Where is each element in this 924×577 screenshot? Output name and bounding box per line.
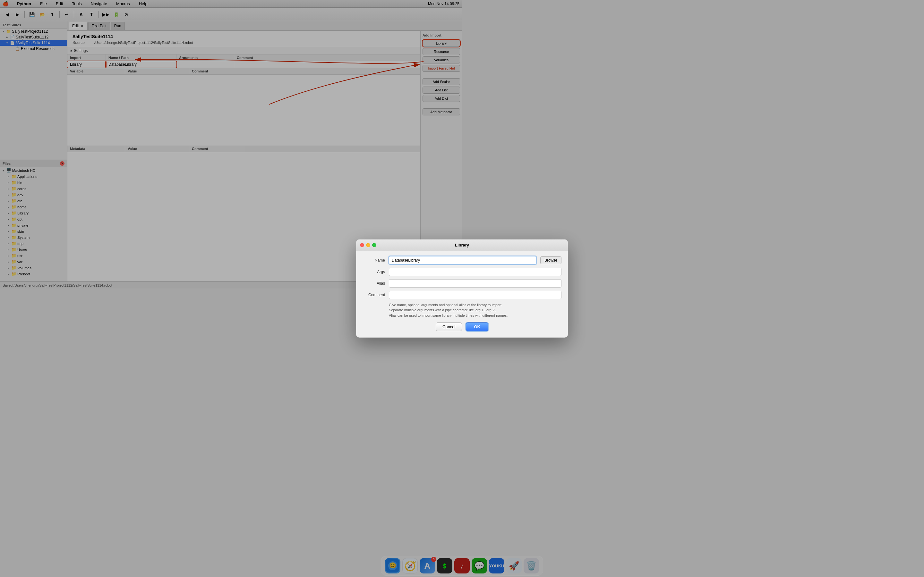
modal-name-field: Name Browse <box>363 256 462 264</box>
library-dialog: Library Name Browse Args Alias Comment <box>356 239 462 288</box>
modal-alias-input[interactable] <box>389 279 462 287</box>
modal-args-input[interactable] <box>389 268 462 276</box>
traffic-green[interactable] <box>372 243 376 247</box>
modal-alias-label: Alias <box>363 281 385 285</box>
traffic-lights <box>360 243 376 247</box>
modal-title: Library <box>455 243 462 247</box>
traffic-red[interactable] <box>360 243 364 247</box>
modal-args-field: Args <box>363 268 462 276</box>
traffic-yellow[interactable] <box>366 243 370 247</box>
modal-args-label: Args <box>363 269 385 274</box>
modal-name-label: Name <box>363 258 385 263</box>
modal-titlebar: Library <box>356 239 462 251</box>
modal-overlay[interactable]: Library Name Browse Args Alias Comment <box>0 0 462 288</box>
modal-name-input[interactable] <box>389 256 462 264</box>
modal-alias-field: Alias <box>363 279 462 287</box>
modal-body: Name Browse Args Alias Comment Give name <box>356 251 462 288</box>
